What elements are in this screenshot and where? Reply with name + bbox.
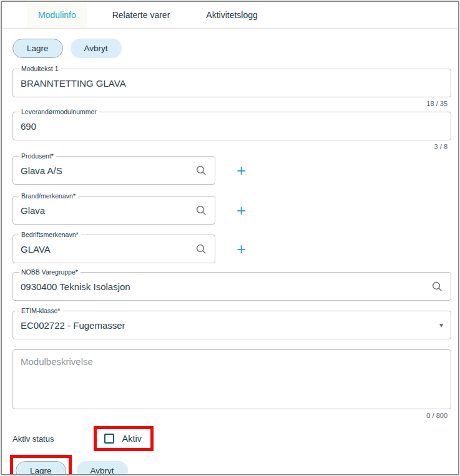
top-toolbar: Lagre Avbryt xyxy=(12,39,458,58)
aktiv-checkbox-label: Aktiv xyxy=(122,434,141,444)
modulbeskrivelse-textarea[interactable] xyxy=(21,356,443,402)
cancel-button-top[interactable]: Avbryt xyxy=(71,39,122,58)
add-bedriftsmerkenavn-button[interactable]: + xyxy=(237,241,246,257)
modultekst-field[interactable]: Modultekst 1 xyxy=(12,69,451,97)
leverandormodulnummer-label: Leverandørmodulnummer xyxy=(19,108,99,116)
produsent-search-icon[interactable] xyxy=(195,165,207,177)
brand-input[interactable] xyxy=(21,205,195,216)
leverandormodulnummer-field[interactable]: Leverandørmodulnummer xyxy=(12,112,451,140)
save-button-bottom[interactable]: Lagre xyxy=(16,461,66,475)
bottom-toolbar: Lagre Avbryt xyxy=(10,455,458,475)
bedriftsmerkenavn-field[interactable]: Bedriftsmerkenavn* xyxy=(12,235,215,263)
annotation-box-aktiv: Aktiv xyxy=(94,426,153,451)
brand-search-icon[interactable] xyxy=(195,205,207,216)
annotation-box-save: Lagre xyxy=(10,455,72,475)
save-button-top[interactable]: Lagre xyxy=(12,39,63,58)
nobb-varegruppe-input[interactable] xyxy=(21,281,431,292)
produsent-field[interactable]: Produsent* xyxy=(12,156,215,185)
add-produsent-button[interactable]: + xyxy=(237,162,246,178)
leverandormodulnummer-counter: 3 / 8 xyxy=(12,143,448,151)
produsent-row: Produsent* + xyxy=(12,156,448,185)
tab-aktivitetslogg[interactable]: Aktivitetslogg xyxy=(195,2,268,28)
modultekst-label: Modultekst 1 xyxy=(19,65,61,73)
leverandormodulnummer-input[interactable] xyxy=(21,121,443,132)
brand-row: Brand/merkenavn* + xyxy=(12,196,448,225)
etim-klasse-label: ETIM-klasse* xyxy=(19,307,62,315)
etim-klasse-field[interactable]: ETIM-klasse* ▾ xyxy=(12,311,451,339)
add-brand-button[interactable]: + xyxy=(237,202,246,218)
produsent-label: Produsent* xyxy=(19,152,56,160)
search-icon xyxy=(195,165,207,177)
modultekst-counter: 18 / 35 xyxy=(12,100,448,108)
brand-label: Brand/merkenavn* xyxy=(19,192,78,200)
window-frame: Modulinfo Relaterte varer Aktivitetslogg… xyxy=(1,1,459,475)
tab-relaterte-varer[interactable]: Relaterte varer xyxy=(101,2,182,28)
etim-klasse-input[interactable] xyxy=(21,320,439,331)
brand-field[interactable]: Brand/merkenavn* xyxy=(12,196,215,225)
nobb-varegruppe-search-icon[interactable] xyxy=(431,281,443,293)
tab-modulinfo[interactable]: Modulinfo xyxy=(27,2,87,28)
modulbeskrivelse-field[interactable] xyxy=(12,349,451,409)
nobb-varegruppe-label: NOBB Varegruppe* xyxy=(19,268,81,276)
search-icon xyxy=(431,281,443,293)
produsent-input[interactable] xyxy=(21,165,195,176)
aktiv-status-label: Aktiv status xyxy=(12,434,54,444)
bedriftsmerkenavn-search-icon[interactable] xyxy=(195,243,207,255)
search-icon xyxy=(195,243,207,255)
cancel-button-bottom[interactable]: Avbryt xyxy=(77,461,128,475)
search-icon xyxy=(195,205,207,216)
aktiv-checkbox[interactable] xyxy=(104,434,114,444)
modulbeskrivelse-counter: 0 / 800 xyxy=(12,412,448,420)
bedriftsmerkenavn-label: Bedriftsmerkenavn* xyxy=(19,231,81,239)
modultekst-input[interactable] xyxy=(21,78,443,89)
tab-bar: Modulinfo Relaterte varer Aktivitetslogg xyxy=(2,2,458,29)
bedriftsmerkenavn-input[interactable] xyxy=(21,244,195,255)
nobb-varegruppe-field[interactable]: NOBB Varegruppe* xyxy=(12,272,451,301)
chevron-down-icon[interactable]: ▾ xyxy=(439,321,443,329)
bedriftsmerkenavn-row: Bedriftsmerkenavn* + xyxy=(12,235,448,263)
aktiv-status-row: Aktiv status Aktiv xyxy=(12,426,458,451)
